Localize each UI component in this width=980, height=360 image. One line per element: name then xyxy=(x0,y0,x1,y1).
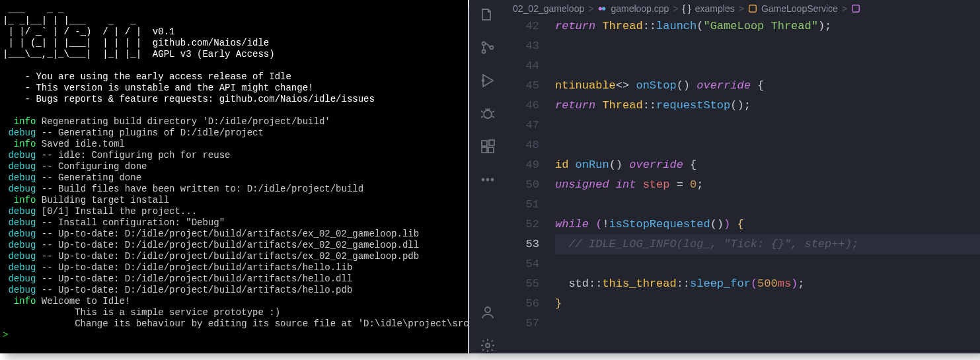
code-area[interactable]: 42434445464748495051525354555657 return … xyxy=(506,17,980,353)
line-number: 51 xyxy=(506,195,539,215)
svg-rect-17 xyxy=(852,5,860,12)
svg-point-1 xyxy=(482,50,486,54)
bug-icon[interactable] xyxy=(480,106,496,122)
line-number: 53 xyxy=(506,234,539,254)
namespace-icon: { } xyxy=(683,3,691,14)
line-number: 56 xyxy=(506,294,539,314)
line-number-gutter: 42434445464748495051525354555657 xyxy=(506,17,555,353)
breadcrumb-separator: > xyxy=(739,3,744,14)
breadcrumb[interactable]: 02_02_gameloop>gameloop.cpp>{ }examples>… xyxy=(506,0,980,17)
line-number: 43 xyxy=(506,36,539,56)
line-number: 55 xyxy=(506,274,539,294)
svg-rect-8 xyxy=(489,140,494,145)
svg-rect-6 xyxy=(482,147,487,153)
activity-bar xyxy=(469,0,506,353)
line-number: 45 xyxy=(506,76,539,96)
svg-point-13 xyxy=(486,343,490,347)
svg-rect-16 xyxy=(749,5,757,12)
svg-rect-7 xyxy=(488,147,494,153)
explorer-icon[interactable] xyxy=(480,7,496,22)
svg-rect-5 xyxy=(482,141,487,146)
class-icon xyxy=(748,4,757,13)
line-number: 42 xyxy=(506,17,539,36)
debug-icon[interactable] xyxy=(480,73,496,89)
svg-point-2 xyxy=(490,46,494,50)
terminal-window[interactable]: ___ _ _ |_ _|__| | |___ _ _ | |/ _` | / … xyxy=(0,0,468,353)
line-number: 48 xyxy=(506,135,539,155)
breadcrumb-item[interactable]: 02_02_gameloop xyxy=(513,3,584,14)
line-number: 52 xyxy=(506,215,539,234)
source-control-icon[interactable] xyxy=(480,40,496,55)
cpp-file-icon xyxy=(597,4,607,13)
breadcrumb-item[interactable]: examples xyxy=(695,3,735,14)
line-number: 57 xyxy=(506,314,539,334)
svg-point-11 xyxy=(492,179,494,181)
more-icon[interactable] xyxy=(480,172,496,188)
editor-main: 02_02_gameloop>gameloop.cpp>{ }examples>… xyxy=(506,0,980,353)
breadcrumb-separator: > xyxy=(673,3,678,14)
breadcrumb-separator: > xyxy=(842,3,847,14)
svg-point-15 xyxy=(602,7,605,10)
svg-point-12 xyxy=(485,307,490,312)
svg-point-4 xyxy=(484,110,492,118)
line-number: 47 xyxy=(506,116,539,135)
breadcrumb-item[interactable]: gameloop.cpp xyxy=(611,3,669,14)
svg-point-0 xyxy=(482,42,486,46)
svg-point-10 xyxy=(487,179,489,181)
method-icon xyxy=(851,4,860,13)
account-icon[interactable] xyxy=(480,305,496,320)
line-number: 49 xyxy=(506,155,539,175)
line-number: 50 xyxy=(506,175,539,195)
breadcrumb-separator: > xyxy=(588,3,593,14)
code-content[interactable]: return Thread::launch("GameLoop Thread")… xyxy=(555,17,980,353)
svg-point-9 xyxy=(482,179,484,181)
svg-point-14 xyxy=(599,7,602,10)
breadcrumb-item[interactable]: GameLoopService xyxy=(761,3,838,14)
settings-gear-icon[interactable] xyxy=(480,338,496,353)
extensions-icon[interactable] xyxy=(480,139,496,155)
line-number: 46 xyxy=(506,96,539,116)
line-number: 44 xyxy=(506,56,539,76)
code-editor-window: 02_02_gameloop>gameloop.cpp>{ }examples>… xyxy=(469,0,980,353)
line-number: 54 xyxy=(506,254,539,274)
